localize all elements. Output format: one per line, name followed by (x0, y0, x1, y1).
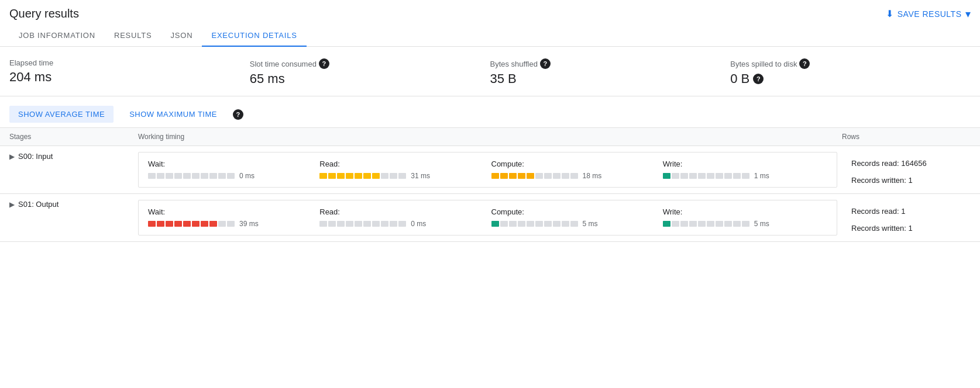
timing-bar-row: 0 ms (319, 220, 484, 228)
bar-segment (689, 173, 697, 179)
bar-segment (227, 173, 235, 179)
table-row: ▶ S00: Input Wait: 0 ms Read: (0, 146, 980, 194)
bar-segment (183, 221, 191, 227)
bar-segment (509, 173, 517, 179)
bar-segment (328, 221, 336, 227)
timing-bar-row: 0 ms (148, 172, 312, 180)
show-maximum-time-button[interactable]: SHOW MAXIMUM TIME (121, 106, 226, 123)
bar-segment (553, 173, 561, 179)
timing-value: 31 ms (411, 172, 430, 180)
bar-segment (562, 221, 569, 227)
stat-slot-value: 65 ms (250, 71, 476, 86)
tab-results[interactable]: RESULTS (105, 25, 161, 47)
bar-segment (672, 173, 679, 179)
show-average-time-button[interactable]: SHOW AVERAGE TIME (9, 106, 114, 123)
table-header: Stages Working timing Rows (0, 127, 980, 146)
stage-name: ▶ S01: Output (9, 200, 138, 209)
bar-segment (337, 173, 345, 179)
bytes-shuffled-help-icon[interactable]: ? (540, 58, 551, 69)
bar-segment (398, 173, 406, 179)
bar-container (491, 173, 578, 179)
expand-icon[interactable]: ▶ (9, 200, 15, 209)
bar-segment (192, 221, 200, 227)
bar-segment (527, 221, 534, 227)
bytes-spilled-value-help-icon[interactable]: ? (753, 74, 764, 84)
bar-segment (183, 173, 191, 179)
bar-segment (319, 173, 327, 179)
bar-container (148, 221, 235, 227)
timing-label: Wait: (148, 207, 312, 216)
bar-segment (218, 221, 226, 227)
bar-segment (157, 221, 164, 227)
bar-segment (398, 221, 406, 227)
save-results-button[interactable]: ⬇ SAVE RESULTS ▾ (886, 8, 971, 20)
bar-segment (553, 221, 561, 227)
tab-job-information[interactable]: JOB INFORMATION (9, 25, 105, 47)
stage-name: ▶ S00: Input (9, 152, 138, 161)
stat-bytes-spilled-label: Bytes spilled to disk ? (730, 58, 957, 69)
timing-value: 39 ms (239, 220, 259, 228)
bar-segment (209, 221, 217, 227)
bar-segment (346, 221, 353, 227)
stage-timing-cell: Wait: 0 ms Read: 31 ms Compute: 18 ms (138, 152, 842, 193)
stat-bytes-shuffled-label: Bytes shuffled ? (490, 58, 717, 69)
timing-value: 0 ms (411, 220, 426, 228)
bar-segment (372, 221, 380, 227)
bar-segment (663, 221, 670, 227)
slot-time-help-icon[interactable]: ? (319, 58, 329, 69)
timing-help-icon[interactable]: ? (233, 109, 243, 120)
bar-container (663, 173, 749, 179)
timing-label: Write: (663, 160, 827, 168)
bytes-spilled-help-icon[interactable]: ? (799, 58, 810, 69)
timing-item: Compute: 5 ms (491, 207, 656, 228)
timing-value: 18 ms (583, 172, 602, 180)
bar-segment (381, 173, 388, 179)
bar-segment (363, 173, 371, 179)
bar-segment (192, 173, 200, 179)
bar-segment (218, 173, 226, 179)
timing-value: 5 ms (583, 220, 598, 228)
tab-execution-details[interactable]: EXECUTION DETAILS (202, 25, 306, 47)
bar-segment (724, 173, 732, 179)
bar-segment (680, 173, 688, 179)
tab-json[interactable]: JSON (161, 25, 202, 47)
stats-row: Elapsed time 204 ms Slot time consumed ?… (0, 47, 980, 96)
bar-segment (500, 173, 508, 179)
bar-segment (535, 173, 543, 179)
bar-segment (166, 221, 173, 227)
bar-segment (570, 173, 578, 179)
bar-segment (346, 173, 353, 179)
bar-segment (742, 173, 749, 179)
bar-container (663, 221, 749, 227)
timing-item: Read: 31 ms (319, 160, 484, 180)
timing-label: Read: (319, 160, 484, 168)
records-written: Records written: 1 (851, 218, 971, 238)
stage-label: S00: Input (18, 152, 53, 161)
records-cell: Records read: 164656 Records written: 1 (842, 152, 971, 190)
bar-segment (381, 221, 388, 227)
save-results-label: SAVE RESULTS (898, 9, 962, 19)
bar-segment (174, 221, 182, 227)
bar-segment (716, 221, 723, 227)
bar-segment (355, 221, 362, 227)
bar-segment (570, 221, 578, 227)
bar-segment (698, 173, 706, 179)
records-cell: Records read: 1 Records written: 1 (842, 200, 971, 238)
stage-name-cell: ▶ S01: Output (9, 200, 138, 209)
bar-segment (148, 221, 156, 227)
bar-segment (535, 221, 543, 227)
stage-timing-cell: Wait: 39 ms Read: 0 ms Compute: 5 ms (138, 200, 842, 241)
bar-segment (337, 221, 345, 227)
expand-icon[interactable]: ▶ (9, 153, 15, 161)
bar-segment (544, 221, 552, 227)
bar-segment (157, 173, 164, 179)
bar-segment (680, 221, 688, 227)
bar-segment (328, 173, 336, 179)
bar-segment (733, 173, 741, 179)
bar-segment (227, 221, 235, 227)
bar-segment (174, 173, 182, 179)
stat-bytes-shuffled: Bytes shuffled ? 35 B (490, 58, 731, 86)
bar-segment (390, 221, 397, 227)
records-written: Records written: 1 (851, 170, 971, 190)
bar-segment (724, 221, 732, 227)
